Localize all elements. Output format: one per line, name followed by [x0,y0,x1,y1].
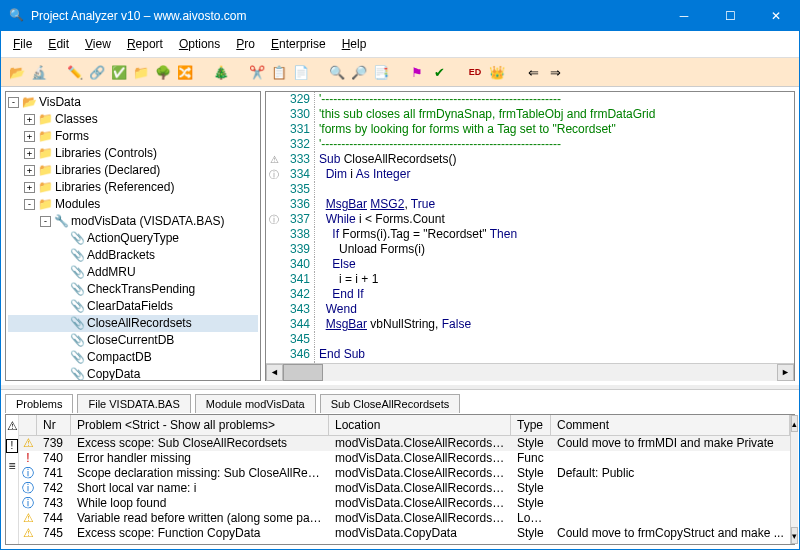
code-line[interactable]: 336 MsgBar MSG2, True [266,197,794,212]
tree-root[interactable]: -📂VisData [8,94,258,111]
tree-proc[interactable]: 📎AddMRU [8,264,258,281]
problem-row[interactable]: ⚠745Excess scope: Function CopyDatamodVi… [19,526,790,541]
tab-file-visdata-bas[interactable]: File VISDATA.BAS [77,394,190,413]
menubar: FileEditViewReportOptionsProEnterpriseHe… [1,31,799,58]
filter-list-icon[interactable]: ≡ [8,459,15,473]
tree-folder[interactable]: -📁Modules [8,196,258,213]
menu-edit[interactable]: Edit [40,33,77,55]
code-line[interactable]: 331'forms by looking for forms with a Ta… [266,122,794,137]
tool-check-icon[interactable]: ✅ [109,62,129,82]
tool-ed-icon[interactable]: ED [465,62,485,82]
scroll-thumb[interactable] [283,364,323,381]
tab-sub-closeallrecordsets[interactable]: Sub CloseAllRecordsets [320,394,461,413]
menu-enterprise[interactable]: Enterprise [263,33,334,55]
scroll-down-icon[interactable]: ▾ [791,527,798,544]
project-tree[interactable]: -📂VisData+📁Classes+📁Forms+📁Libraries (Co… [5,91,261,381]
tool-form-icon[interactable]: 📋 [269,62,289,82]
problems-header[interactable]: Nr Problem <Strict - Show all problems> … [19,415,790,436]
tool-folder-icon[interactable]: 📁 [131,62,151,82]
tree-proc[interactable]: 📎CheckTransPending [8,281,258,298]
tool-scissors-icon[interactable]: ✂️ [247,62,267,82]
code-line[interactable]: 330'this sub closes all frmDynaSnap, frm… [266,107,794,122]
tree-module[interactable]: -🔧modVisData (VISDATA.BAS) [8,213,258,230]
tree-proc[interactable]: 📎ActionQueryType [8,230,258,247]
tool-chain-icon[interactable]: 🔗 [87,62,107,82]
code-line[interactable]: 346End Sub [266,347,794,362]
window-title: Project Analyzer v10 – www.aivosto.com [31,9,661,23]
tool-copy-icon[interactable]: 📑 [371,62,391,82]
toolbar: 📂 🔬 ✏️ 🔗 ✅ 📁 🌳 🔀 🎄 ✂️ 📋 📄 🔍 🔎 📑 ⚑ ✔ ED 👑… [1,58,799,87]
problems-vscrollbar[interactable]: ▴ ▾ [790,415,798,544]
problems-tabs: ProblemsFile VISDATA.BASModule modVisDat… [5,390,795,414]
menu-help[interactable]: Help [334,33,375,55]
scroll-left-icon[interactable]: ◄ [266,364,283,381]
code-line[interactable]: 344 MsgBar vbNullString, False [266,317,794,332]
tree-proc[interactable]: 📎CopyData [8,366,258,381]
tree-proc[interactable]: 📎ClearDataFields [8,298,258,315]
problem-row[interactable]: ⚠744Variable read before written (along … [19,511,790,526]
menu-options[interactable]: Options [171,33,228,55]
code-line[interactable]: 329'------------------------------------… [266,92,794,107]
problem-row[interactable]: ⓘ743While loop foundmodVisData.CloseAllR… [19,496,790,511]
code-line[interactable]: 339 Unload Forms(i) [266,242,794,257]
code-line[interactable]: 343 Wend [266,302,794,317]
tool-back-icon[interactable]: ⇐ [523,62,543,82]
scroll-right-icon[interactable]: ► [777,364,794,381]
maximize-button[interactable]: ☐ [707,1,753,31]
code-line[interactable]: ⓘ334 Dim i As Integer [266,167,794,182]
tree-folder[interactable]: +📁Libraries (Referenced) [8,179,258,196]
tool-flag-icon[interactable]: ⚑ [407,62,427,82]
menu-report[interactable]: Report [119,33,171,55]
menu-pro[interactable]: Pro [228,33,263,55]
menu-file[interactable]: File [5,33,40,55]
problems-filter-icons: ⚠ ! ≡ [6,415,19,544]
tab-problems[interactable]: Problems [5,394,73,413]
tool-crown-icon[interactable]: 👑 [487,62,507,82]
tree-proc[interactable]: 📎AddBrackets [8,247,258,264]
minimize-button[interactable]: ─ [661,1,707,31]
tree-folder[interactable]: +📁Forms [8,128,258,145]
code-line[interactable]: 340 Else [266,257,794,272]
tool-fwd-icon[interactable]: ⇒ [545,62,565,82]
tree-proc[interactable]: 📎CompactDB [8,349,258,366]
code-line[interactable]: 335 [266,182,794,197]
tool-open-icon[interactable]: 📂 [7,62,27,82]
scroll-up-icon[interactable]: ▴ [791,415,798,432]
code-line[interactable]: ⓘ337 While i < Forms.Count [266,212,794,227]
titlebar: 🔍 Project Analyzer v10 – www.aivosto.com… [1,1,799,31]
tree-proc[interactable]: 📎CloseAllRecordsets [8,315,258,332]
tab-module-modvisdata[interactable]: Module modVisData [195,394,316,413]
tree-proc[interactable]: 📎CloseCurrentDB [8,332,258,349]
code-line[interactable]: 332'------------------------------------… [266,137,794,152]
code-hscrollbar[interactable]: ◄ ► [266,363,794,380]
problem-row[interactable]: ⚠739Excess scope: Sub CloseAllRecordsets… [19,436,790,451]
code-line[interactable]: 345 [266,332,794,347]
code-line[interactable]: 338 If Forms(i).Tag = "Recordset" Then [266,227,794,242]
code-line[interactable]: 342 End If [266,287,794,302]
app-icon: 🔍 [9,8,25,24]
code-line[interactable]: ⚠333Sub CloseAllRecordsets() [266,152,794,167]
code-line[interactable]: 341 i = i + 1 [266,272,794,287]
problem-row[interactable]: ⓘ742Short local var name: imodVisData.Cl… [19,481,790,496]
tool-doc-icon[interactable]: 📄 [291,62,311,82]
tool-tree-icon[interactable]: 🌳 [153,62,173,82]
code-viewer: 329'------------------------------------… [265,91,795,381]
tool-find-icon[interactable]: 🔎 [349,62,369,82]
problem-row[interactable]: ⓘ741Scope declaration missing: Sub Close… [19,466,790,481]
problem-row[interactable]: !740Error handler missingmodVisData.Clos… [19,451,790,466]
close-button[interactable]: ✕ [753,1,799,31]
tool-wand-icon[interactable]: ✏️ [65,62,85,82]
tool-analyze-icon[interactable]: 🔬 [29,62,49,82]
filter-error-icon[interactable]: ! [6,439,18,453]
tool-xmas-icon[interactable]: 🎄 [211,62,231,82]
tree-folder[interactable]: +📁Libraries (Declared) [8,162,258,179]
tree-folder[interactable]: +📁Classes [8,111,258,128]
filter-warn-icon[interactable]: ⚠ [7,419,18,433]
tool-link-icon[interactable]: 🔀 [175,62,195,82]
tree-folder[interactable]: +📁Libraries (Controls) [8,145,258,162]
tool-search-icon[interactable]: 🔍 [327,62,347,82]
menu-view[interactable]: View [77,33,119,55]
tool-check2-icon[interactable]: ✔ [429,62,449,82]
